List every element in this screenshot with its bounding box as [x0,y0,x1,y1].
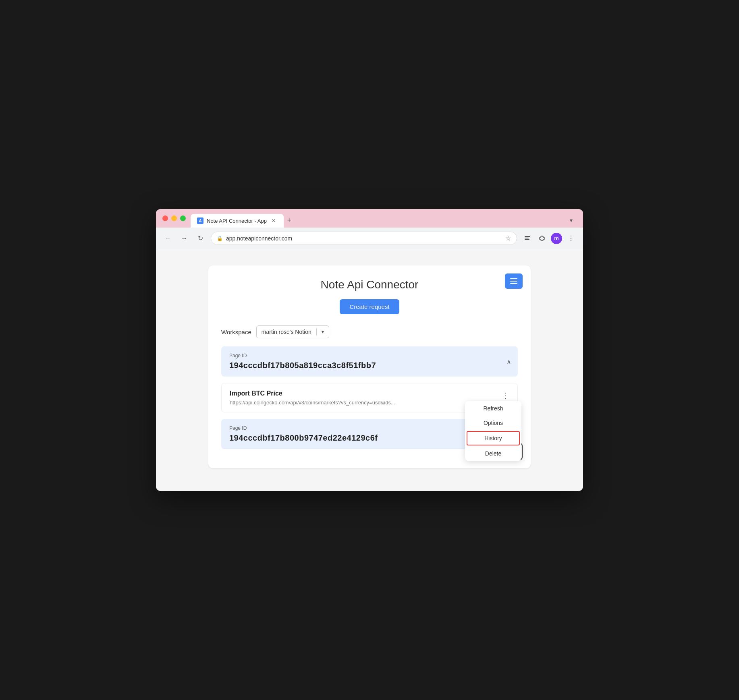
app-card: Note Api Connector Create request Worksp… [208,265,531,468]
workspace-row: Workspace martin rose's Notion ▾ [221,325,518,338]
maximize-button[interactable] [180,215,186,221]
active-tab[interactable]: A Note API Connector - App ✕ [191,214,284,228]
reader-mode-button[interactable] [522,233,533,244]
workspace-label: Workspace [221,329,251,336]
page-id-label-1: Page ID [229,353,510,358]
page-id-value-1: 194cccdbf17b805a819cca3c8f51fbb7 [229,361,510,370]
create-request-button[interactable]: Create request [340,299,399,314]
back-button[interactable]: ← [162,233,174,244]
tab-favicon: A [197,217,203,224]
hamburger-menu-button[interactable] [505,273,523,289]
new-tab-button[interactable]: + [284,215,295,226]
browser-window: A Note API Connector - App ✕ + ▾ ← → ↻ 🔒… [156,209,583,491]
workspace-select-value: martin rose's Notion [262,329,311,335]
tab-title: Note API Connector - App [207,218,267,224]
page-id-card-1[interactable]: Page ID 194cccdbf17b805a819cca3c8f51fbb7… [221,346,518,377]
card-chevron-icon-1: ∧ [507,358,511,365]
import-section: Import BTC Price https://api.coingecko.c… [221,383,518,412]
more-options-dots[interactable]: ⋮ [500,390,511,401]
title-bar: A Note API Connector - App ✕ + ▾ [156,209,583,228]
minimize-button[interactable] [171,215,177,221]
tab-expand-button[interactable]: ▾ [565,215,577,226]
menu-line-2 [510,281,517,282]
svg-rect-1 [525,238,529,238]
context-menu-options[interactable]: Options [465,416,521,430]
address-bar: ← → ↻ 🔒 app.noteapiconnector.com ☆ m [156,228,583,249]
page-content: Note Api Connector Create request Worksp… [156,249,583,491]
workspace-chevron-icon: ▾ [322,329,324,335]
svg-rect-2 [525,239,529,240]
menu-line-1 [510,278,517,279]
tab-close-button[interactable]: ✕ [270,217,277,224]
app-title: Note Api Connector [221,278,518,291]
more-options-button[interactable]: ⋮ [565,233,577,244]
context-menu-history[interactable]: History [467,431,520,445]
browser-actions: m ⋮ [522,233,577,244]
menu-line-3 [510,283,517,284]
bookmark-icon[interactable]: ☆ [505,234,511,242]
workspace-divider [316,328,317,336]
tabs-row: A Note API Connector - App ✕ + ▾ [191,214,577,228]
user-avatar[interactable]: m [551,233,562,244]
traffic-lights [162,215,186,226]
context-menu-refresh[interactable]: Refresh [465,401,521,416]
url-text: app.noteapiconnector.com [226,235,502,242]
url-bar[interactable]: 🔒 app.noteapiconnector.com ☆ [211,232,517,245]
close-button[interactable] [162,215,168,221]
context-menu-delete[interactable]: Delete [465,446,521,461]
forward-button[interactable]: → [179,233,190,244]
extensions-button[interactable] [536,233,548,244]
svg-rect-0 [525,236,530,237]
reload-button[interactable]: ↻ [195,233,206,244]
import-title: Import BTC Price [230,390,509,397]
lock-icon: 🔒 [217,236,223,241]
workspace-select[interactable]: martin rose's Notion ▾ [256,325,329,338]
context-menu: Refresh Options History Delete [465,401,521,461]
